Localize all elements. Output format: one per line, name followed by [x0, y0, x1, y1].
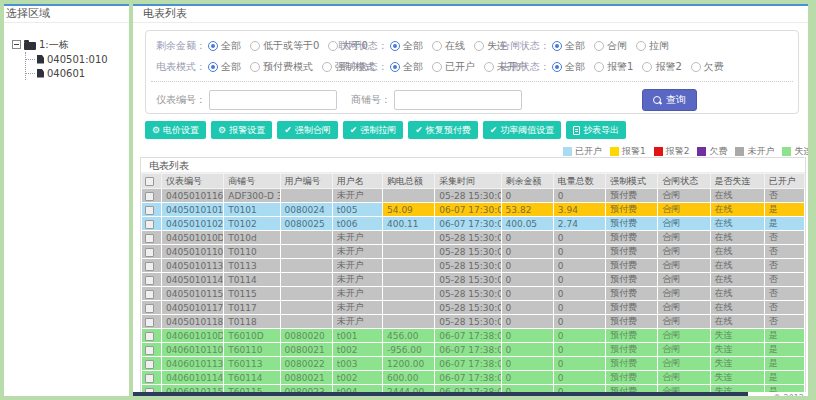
radio-option[interactable]: 报警1 [594, 60, 633, 74]
table-cell: 失连 [710, 357, 764, 371]
radio-option[interactable]: 拉闸 [636, 39, 669, 53]
radio-option[interactable]: 合闸 [594, 39, 627, 53]
table-row[interactable]: 0405010114T0114未开户05-28 15:30:0000预付费合闸在… [142, 273, 805, 287]
row-checkbox[interactable] [145, 248, 154, 257]
radio-icon[interactable] [642, 62, 652, 72]
radio-icon[interactable] [208, 41, 218, 51]
table-cell: 0 [501, 329, 553, 343]
radio-icon[interactable] [552, 41, 562, 51]
row-checkbox[interactable] [145, 346, 154, 355]
radio-option[interactable]: 全部 [552, 39, 585, 53]
row-checkbox[interactable] [145, 290, 154, 299]
row-checkbox[interactable] [145, 360, 154, 369]
table-cell: 0 [553, 343, 605, 357]
tree-node[interactable]: 040501:010 [26, 52, 129, 66]
shop-no-input[interactable] [394, 90, 522, 110]
radio-option[interactable]: 全部 [390, 60, 423, 74]
radio-option[interactable]: 全部 [208, 60, 241, 74]
table-row[interactable]: 0405010110T0110未开户05-28 15:30:0000预付费合闸在… [142, 245, 805, 259]
table-cell: 05-28 15:30:00 [435, 287, 501, 301]
radio-option[interactable]: 全部 [390, 39, 423, 53]
radio-option[interactable]: 全部 [208, 39, 241, 53]
column-header: 用户编号 [280, 174, 332, 189]
query-button[interactable]: 查询 [642, 89, 697, 111]
row-checkbox[interactable] [145, 262, 154, 271]
select-all-checkbox[interactable] [145, 177, 154, 186]
action-button[interactable]: ✔强制拉闸 [343, 121, 404, 139]
table-cell: 预付费 [606, 385, 658, 393]
radio-icon[interactable] [552, 62, 562, 72]
radio-icon[interactable] [250, 62, 260, 72]
row-checkbox[interactable] [145, 220, 154, 229]
radio-option[interactable]: 预付费模式 [250, 60, 313, 74]
row-checkbox[interactable] [145, 318, 154, 327]
row-checkbox[interactable] [145, 234, 154, 243]
tree-root-label: 1:一栋 [39, 38, 69, 52]
table-cell: 未开户 [332, 245, 382, 259]
table-row[interactable]: 0406010113T601130080022t0031200.0006-07 … [142, 357, 805, 371]
radio-icon[interactable] [484, 62, 494, 72]
radio-icon[interactable] [390, 62, 400, 72]
radio-icon[interactable] [691, 62, 701, 72]
tree-node[interactable]: 040601 [26, 66, 129, 80]
action-button[interactable]: ✔恢复预付费 [408, 121, 478, 139]
meter-no-input[interactable] [209, 90, 337, 110]
table-cell: t001 [332, 329, 382, 343]
row-checkbox[interactable] [145, 276, 154, 285]
radio-option[interactable]: 欠费 [691, 60, 724, 74]
table-row[interactable]: 040601010DT6010D0080020t001456.0006-07 1… [142, 329, 805, 343]
table-row[interactable]: 0405010113T0113未开户05-28 15:30:0000预付费合闸在… [142, 259, 805, 273]
action-button[interactable]: ⚙电价设置 [145, 121, 206, 139]
radio-icon[interactable] [636, 41, 646, 51]
table-row[interactable]: 0405010102T01020080025t006400.1106-07 17… [142, 217, 805, 231]
action-button[interactable]: ✔强制合闸 [277, 121, 338, 139]
radio-icon[interactable] [322, 62, 332, 72]
legend-swatch [735, 147, 744, 156]
radio-icon[interactable] [474, 41, 484, 51]
table-row[interactable]: 0406010114T601140080021t002600.0006-07 1… [142, 371, 805, 385]
bottom-scrollbar[interactable] [133, 392, 748, 396]
table-row[interactable]: 0406010110T601100080021t002-956.0006-07 … [142, 343, 805, 357]
table-row[interactable]: 0405010101T01010080024t00554.0906-07 17:… [142, 203, 805, 217]
table-cell: 0 [553, 273, 605, 287]
radio-option[interactable]: 已开户 [432, 60, 475, 74]
table-row[interactable]: 0405010117T0117未开户05-28 15:30:0000预付费合闸在… [142, 301, 805, 315]
radio-icon[interactable] [390, 41, 400, 51]
table-row[interactable]: 0406010115T601150080023t0042444.0006-07 … [142, 385, 805, 393]
filter-box: 剩余金额：全部低于或等于0大于0联网状态：全部在线失连合闸状态：全部合闸拉闸 电… [145, 30, 799, 114]
table-row[interactable]: 0405010116ADF300-D 3未开户05-28 15:30:0000预… [142, 189, 805, 203]
table-cell: 预付费 [606, 217, 658, 231]
table-cell: 合闸 [658, 245, 710, 259]
radio-option[interactable]: 在线 [432, 39, 465, 53]
radio-icon[interactable] [594, 62, 604, 72]
radio-option[interactable]: 低于或等于0 [250, 39, 319, 53]
radio-icon[interactable] [328, 41, 338, 51]
export-button[interactable]: 抄表导出 [566, 121, 626, 139]
radio-icon[interactable] [594, 41, 604, 51]
row-checkbox[interactable] [145, 374, 154, 383]
table-cell [383, 245, 435, 259]
table-row[interactable]: 0405010118T0118未开户05-28 15:30:0000预付费合闸在… [142, 315, 805, 329]
radio-icon[interactable] [432, 62, 442, 72]
radio-icon[interactable] [250, 41, 260, 51]
table-row[interactable]: 040501010DT010d未开户05-28 15:30:0000预付费合闸在… [142, 231, 805, 245]
filter-group: 开户状态：全部已开户未开户 [338, 60, 500, 74]
table-cell: 在线 [710, 315, 764, 329]
tree-root-node[interactable]: 1:一栋 [12, 37, 129, 52]
filter-label: 开户状态： [338, 60, 388, 74]
table-cell: 预付费 [606, 343, 658, 357]
filter-label: 告警状态： [500, 60, 550, 74]
action-button[interactable]: ⚙报警设置 [211, 121, 272, 139]
radio-icon[interactable] [432, 41, 442, 51]
row-checkbox[interactable] [145, 206, 154, 215]
row-checkbox[interactable] [145, 192, 154, 201]
table-row[interactable]: 0405010115T0115未开户05-28 15:30:0000预付费合闸在… [142, 287, 805, 301]
action-button[interactable]: ✔功率阈值设置 [483, 121, 562, 139]
collapse-icon[interactable] [12, 40, 21, 49]
radio-option[interactable]: 报警2 [642, 60, 681, 74]
radio-option[interactable]: 全部 [552, 60, 585, 74]
radio-icon[interactable] [208, 62, 218, 72]
row-checkbox[interactable] [145, 332, 154, 341]
row-checkbox[interactable] [145, 304, 154, 313]
filter-group: 合闸状态：全部合闸拉闸 [500, 39, 678, 53]
